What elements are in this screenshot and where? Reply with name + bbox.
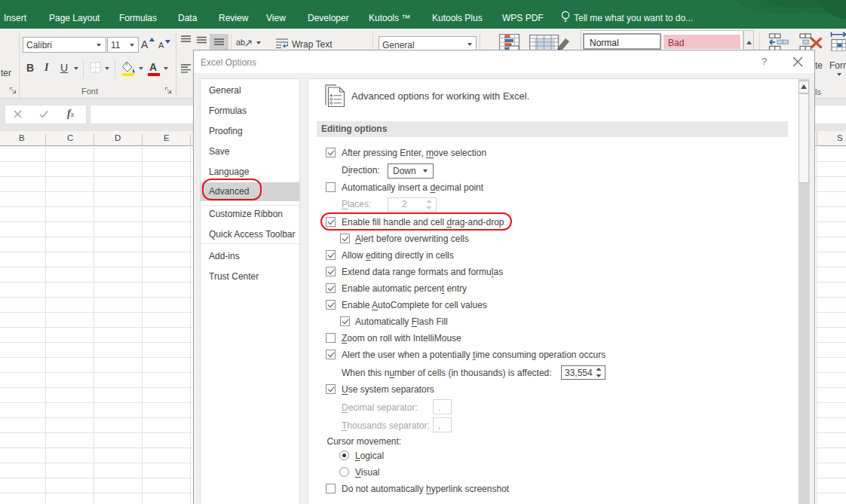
svg-text:ab: ab (236, 38, 245, 47)
